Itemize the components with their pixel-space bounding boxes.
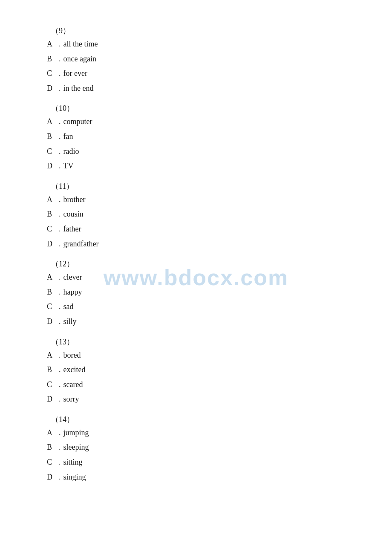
option-letter-9-a: A (47, 38, 59, 51)
option-text-11-c: father (63, 223, 81, 236)
option-text-10-b: fan (63, 130, 73, 143)
option-letter-12-d: D (47, 315, 59, 328)
option-dot-10-a: . (59, 115, 61, 128)
question-group-10: （10）A . computerB . fanC . radioD . TV (47, 103, 349, 178)
option-dot-12-c: . (59, 300, 61, 313)
option-letter-14-a: A (47, 426, 59, 439)
option-dot-11-d: . (59, 237, 61, 251)
option-letter-13-c: C (47, 378, 59, 391)
option-letter-11-c: C (47, 223, 59, 236)
option-letter-9-d: D (47, 82, 59, 95)
option-dot-10-d: . (59, 159, 61, 173)
option-text-9-d: in the end (63, 82, 94, 95)
option-dot-12-a: . (59, 271, 61, 284)
option-text-9-c: for ever (63, 67, 87, 80)
option-letter-10-d: D (47, 159, 59, 173)
option-dot-11-c: . (59, 223, 61, 236)
option-dot-13-c: . (59, 378, 61, 391)
option-row-10-a: A . computer (47, 115, 349, 128)
option-dot-14-c: . (59, 456, 61, 469)
option-letter-14-d: D (47, 471, 59, 484)
option-row-10-c: C . radio (47, 145, 349, 158)
question-number-9: （9） (47, 26, 349, 36)
option-row-13-d: D . sorry (47, 393, 349, 406)
option-row-11-c: C . father (47, 223, 349, 236)
option-text-10-c: radio (63, 145, 79, 158)
question-number-12: （12） (47, 259, 349, 269)
option-dot-14-a: . (59, 426, 61, 439)
option-dot-12-b: . (59, 286, 61, 299)
question-group-12: （12）A . cleverB . happyC . sadD . silly (47, 259, 349, 334)
option-letter-11-d: D (47, 237, 59, 251)
question-number-11: （11） (47, 181, 349, 191)
option-text-12-d: silly (63, 315, 77, 328)
option-row-11-b: B . cousin (47, 208, 349, 221)
option-row-11-d: D . grandfather (47, 237, 349, 251)
option-row-13-b: B . excited (47, 363, 349, 376)
option-text-9-a: all the time (63, 38, 98, 51)
option-letter-11-a: A (47, 193, 59, 206)
option-dot-9-b: . (59, 52, 61, 66)
question-group-13: （13）A . boredB . excitedC . scaredD . so… (47, 337, 349, 412)
option-text-14-b: sleeping (63, 441, 89, 454)
option-dot-13-a: . (59, 349, 61, 362)
option-letter-12-a: A (47, 271, 59, 284)
option-letter-13-b: B (47, 363, 59, 376)
option-dot-12-d: . (59, 315, 61, 328)
option-row-10-b: B . fan (47, 130, 349, 143)
option-text-12-a: clever (63, 271, 82, 284)
option-dot-13-b: . (59, 363, 61, 376)
option-text-12-b: happy (63, 286, 82, 299)
option-letter-10-c: C (47, 145, 59, 158)
option-text-13-d: sorry (63, 393, 79, 406)
option-row-14-a: A . jumping (47, 426, 349, 439)
option-dot-11-a: . (59, 193, 61, 206)
option-letter-9-c: C (47, 67, 59, 80)
option-letter-14-b: B (47, 441, 59, 454)
option-dot-10-c: . (59, 145, 61, 158)
option-dot-13-d: . (59, 393, 61, 406)
question-group-11: （11）A . brotherB . cousinC . fatherD . g… (47, 181, 349, 256)
option-letter-13-d: D (47, 393, 59, 406)
option-dot-9-a: . (59, 38, 61, 51)
option-row-14-c: C . sitting (47, 456, 349, 469)
option-text-13-a: bored (63, 349, 81, 362)
option-row-12-a: A . clever (47, 271, 349, 284)
option-text-11-a: brother (63, 193, 86, 206)
option-letter-12-b: B (47, 286, 59, 299)
option-letter-13-a: A (47, 349, 59, 362)
option-text-10-d: TV (63, 159, 74, 173)
option-letter-10-a: A (47, 115, 59, 128)
option-letter-10-b: B (47, 130, 59, 143)
option-row-13-c: C . scared (47, 378, 349, 391)
option-dot-14-b: . (59, 441, 61, 454)
question-number-13: （13） (47, 337, 349, 347)
option-text-14-d: singing (63, 471, 86, 484)
option-row-12-d: D . silly (47, 315, 349, 328)
option-dot-9-d: . (59, 82, 61, 95)
option-text-11-d: grandfather (63, 237, 99, 251)
question-group-14: （14）A . jumpingB . sleepingC . sittingD … (47, 414, 349, 489)
option-dot-10-b: . (59, 130, 61, 143)
option-text-14-a: jumping (63, 426, 89, 439)
option-row-11-a: A . brother (47, 193, 349, 206)
option-row-9-b: B . once again (47, 52, 349, 66)
option-dot-14-d: . (59, 471, 61, 484)
option-row-9-a: A . all the time (47, 38, 349, 51)
option-row-14-b: B . sleeping (47, 441, 349, 454)
option-text-11-b: cousin (63, 208, 84, 221)
option-row-9-d: D . in the end (47, 82, 349, 95)
option-letter-14-c: C (47, 456, 59, 469)
option-text-9-b: once again (63, 52, 96, 66)
question-number-14: （14） (47, 414, 349, 425)
option-dot-9-c: . (59, 67, 61, 80)
option-row-12-b: B . happy (47, 286, 349, 299)
option-row-14-d: D . singing (47, 471, 349, 484)
question-group-9: （9）A . all the timeB . once againC . for… (47, 26, 349, 101)
question-number-10: （10） (47, 103, 349, 113)
option-text-13-c: scared (63, 378, 83, 391)
option-letter-11-b: B (47, 208, 59, 221)
option-row-13-a: A . bored (47, 349, 349, 362)
option-text-10-a: computer (63, 115, 92, 128)
option-text-13-b: excited (63, 363, 86, 376)
